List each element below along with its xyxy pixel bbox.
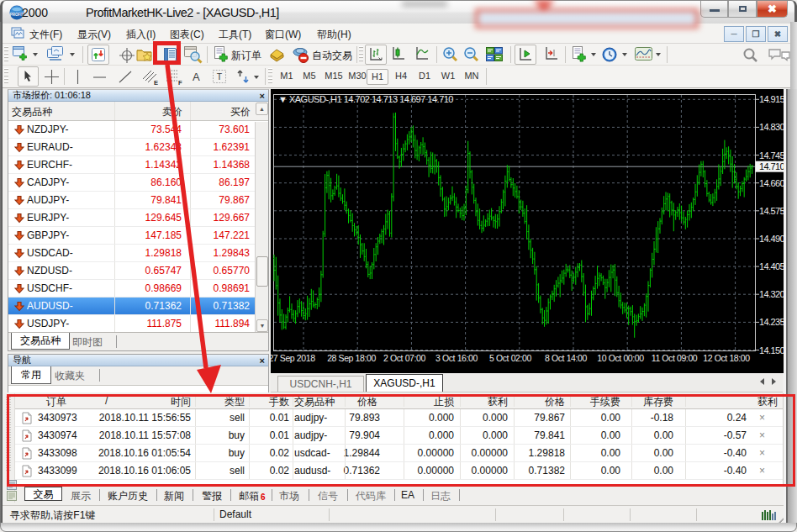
svg-text:28 Sep 18:00: 28 Sep 18:00 bbox=[327, 353, 376, 363]
svg-text:14.490: 14.490 bbox=[759, 234, 784, 244]
svg-text:10 Oct 00:00: 10 Oct 00:00 bbox=[597, 353, 644, 363]
svg-text:14.575: 14.575 bbox=[759, 206, 784, 216]
svg-text:27 Sep 2018: 27 Sep 2018 bbox=[271, 353, 315, 363]
svg-text:▼ XAGUSD-,H1 14.702 14.713 14: ▼ XAGUSD-,H1 14.702 14.713 14.697 14.710 bbox=[278, 94, 453, 104]
svg-text:14.320: 14.320 bbox=[759, 289, 784, 299]
svg-text:14.830: 14.830 bbox=[759, 122, 784, 132]
svg-text:14.405: 14.405 bbox=[759, 261, 784, 271]
svg-text:12 Oct 18:00: 12 Oct 18:00 bbox=[703, 353, 750, 363]
svg-text:5 Oct 02:00: 5 Oct 02:00 bbox=[489, 353, 531, 363]
svg-text:11 Oct 09:00: 11 Oct 09:00 bbox=[652, 353, 698, 363]
svg-text:14.235: 14.235 bbox=[759, 317, 784, 327]
svg-text:8 Oct 14:00: 8 Oct 14:00 bbox=[545, 353, 587, 363]
svg-text:3 Oct 16:00: 3 Oct 16:00 bbox=[435, 353, 478, 363]
svg-text:14.745: 14.745 bbox=[759, 150, 784, 161]
svg-text:14.915: 14.915 bbox=[759, 94, 784, 104]
svg-text:14.150: 14.150 bbox=[759, 345, 784, 356]
svg-text:2 Oct 07:00: 2 Oct 07:00 bbox=[383, 353, 425, 363]
svg-text:14.710: 14.710 bbox=[759, 161, 784, 171]
svg-text:14.660: 14.660 bbox=[759, 178, 784, 188]
